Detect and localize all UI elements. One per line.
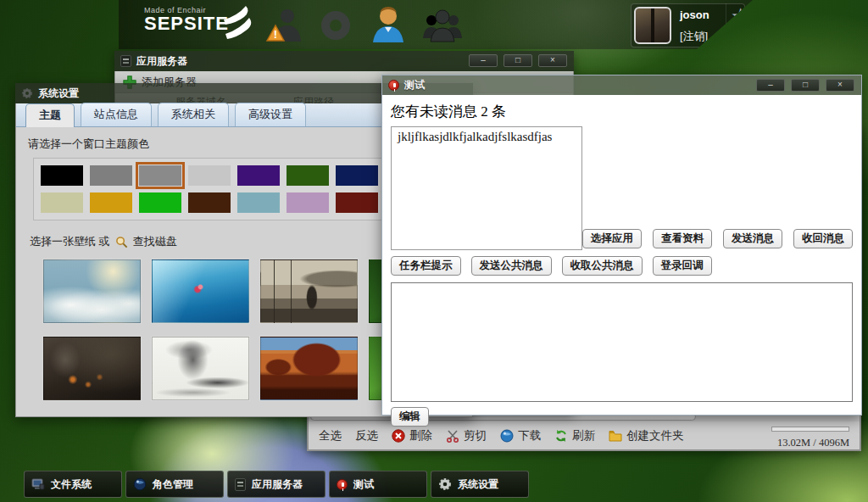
settings-gear-icon (21, 87, 33, 99)
wallpaper-underwater-fish[interactable] (152, 259, 249, 323)
theme-color-swatch[interactable] (237, 165, 280, 186)
download-button[interactable]: 下载 (500, 428, 541, 443)
window-title: 系统设置 (38, 86, 79, 101)
group-icon[interactable] (420, 6, 465, 45)
refresh-button[interactable]: 刷新 (554, 428, 595, 443)
taskbar-item-system-settings[interactable]: 系统设置 (431, 471, 529, 498)
test-titlebar[interactable]: 测试 – □ × (382, 75, 861, 95)
create-folder-button[interactable]: 创建文件夹 (609, 428, 684, 443)
wallpaper-dark-canyon[interactable] (43, 337, 141, 400)
taskbar-item-app-server[interactable]: 应用服务器 (227, 471, 326, 498)
tab-站点信息[interactable]: 站点信息 (81, 103, 152, 126)
test-badge-icon (337, 479, 348, 490)
maximize-button[interactable]: □ (504, 54, 532, 67)
test-action-button[interactable]: 收回消息 (793, 229, 853, 248)
select-all-link[interactable]: 全选 (319, 428, 342, 443)
folder-icon (609, 429, 622, 443)
app-server-titlebar[interactable]: 应用服务器 – □ × (114, 51, 574, 71)
swatch-grid (33, 158, 435, 220)
test-public-buttons: 任务栏提示发送公共消息收取公共消息登录回调 (391, 256, 853, 276)
brand-name: SEPSITE (144, 14, 229, 33)
test-badge-icon (388, 80, 399, 91)
test-action-button[interactable]: 选择应用 (582, 229, 642, 248)
test-public-button[interactable]: 发送公共消息 (471, 256, 552, 276)
test-public-button[interactable]: 任务栏提示 (391, 256, 461, 276)
gear-icon[interactable] (315, 5, 356, 46)
taskbar-item-test[interactable]: 测试 (329, 471, 427, 498)
maximize-button[interactable]: □ (791, 79, 820, 92)
theme-color-swatch[interactable] (237, 192, 280, 213)
quota-text: 13.02M / 4096M (768, 437, 849, 449)
close-button[interactable]: × (538, 54, 567, 67)
scissors-icon (446, 429, 459, 443)
globe-icon (133, 477, 147, 491)
alert-user-icon[interactable]: ! (264, 6, 303, 45)
minimize-button[interactable]: – (756, 79, 785, 92)
test-action-buttons: 选择应用查看资料发送消息收回消息 (582, 229, 853, 250)
wallpaper-cloudy-sky[interactable] (43, 259, 141, 323)
unread-messages-heading: 您有未读消息 2 条 (391, 102, 853, 121)
wallpaper-red-mesa[interactable] (260, 337, 358, 400)
gear-icon (438, 477, 452, 491)
radio-indicator-icon[interactable] (736, 34, 748, 47)
taskbar-item-file-system[interactable]: 文件系统 (24, 471, 122, 498)
username: joson (680, 8, 709, 21)
theme-color-swatch[interactable] (287, 192, 329, 213)
brand-logo: Made of Enchair SEPSITE (144, 6, 229, 33)
edit-button[interactable]: 编辑 (391, 407, 429, 427)
tab-主题[interactable]: 主题 (25, 103, 75, 127)
quota-progress-bar (771, 427, 849, 432)
theme-color-swatch[interactable] (188, 192, 231, 213)
svg-text:!: ! (274, 28, 277, 41)
minimize-button[interactable]: – (469, 54, 498, 67)
brand-swoosh-icon (219, 3, 254, 42)
refresh-icon (554, 429, 568, 443)
theme-color-swatch[interactable] (336, 165, 378, 186)
theme-color-swatch[interactable] (336, 192, 378, 213)
window-title: 应用服务器 (136, 54, 187, 69)
theme-color-swatch[interactable] (90, 165, 132, 186)
window-title: 测试 (404, 78, 425, 92)
test-action-button[interactable]: 发送消息 (723, 229, 782, 248)
taskbar-item-role-management[interactable]: 角色管理 (125, 471, 224, 498)
test-window: 测试 – □ × 您有未读消息 2 条 jkljflkasjdlkfjalkad… (381, 75, 862, 416)
server-icon (120, 55, 131, 67)
theme-color-swatch[interactable] (287, 165, 329, 186)
theme-color-swatch[interactable] (139, 165, 181, 186)
theme-color-swatch[interactable] (41, 165, 83, 186)
invert-selection-link[interactable]: 反选 (355, 428, 378, 443)
test-action-button[interactable]: 查看资料 (653, 229, 712, 248)
wallpaper-ink-painting[interactable] (152, 337, 249, 400)
tab-系统相关[interactable]: 系统相关 (158, 103, 229, 126)
delete-button[interactable]: 删除 (392, 428, 432, 443)
message-preview-box[interactable]: jkljflkasjdlkfjalkadjfslkasdfjas (391, 126, 582, 250)
tab-高级设置[interactable]: 高级设置 (235, 103, 306, 126)
delete-icon (392, 429, 405, 443)
desktop-background: Made of Enchair SEPSITE ! (0, 0, 868, 502)
theme-color-swatch[interactable] (139, 192, 181, 213)
theme-color-swatch[interactable] (41, 192, 83, 213)
theme-color-swatch[interactable] (90, 192, 132, 213)
theme-color-swatch[interactable] (188, 165, 231, 186)
message-log-box[interactable] (391, 282, 853, 402)
test-public-button[interactable]: 收取公共消息 (562, 256, 643, 276)
logout-link[interactable]: [注销] (680, 29, 709, 44)
search-disk-link[interactable]: 查找磁盘 (133, 234, 177, 249)
search-icon (115, 236, 128, 248)
user-icon[interactable] (368, 5, 409, 46)
close-button[interactable]: × (826, 79, 854, 92)
test-public-button[interactable]: 登录回调 (653, 256, 712, 276)
server-icon (235, 478, 246, 491)
wallpaper-prompt: 选择一张壁纸 或 (30, 234, 110, 249)
computer-icon (31, 477, 45, 491)
cut-button[interactable]: 剪切 (446, 428, 487, 443)
avatar[interactable] (634, 7, 671, 44)
top-bar: Made of Enchair SEPSITE ! (119, 0, 753, 49)
globe-download-icon (500, 429, 514, 443)
wallpaper-wasteland-street[interactable] (260, 259, 358, 323)
